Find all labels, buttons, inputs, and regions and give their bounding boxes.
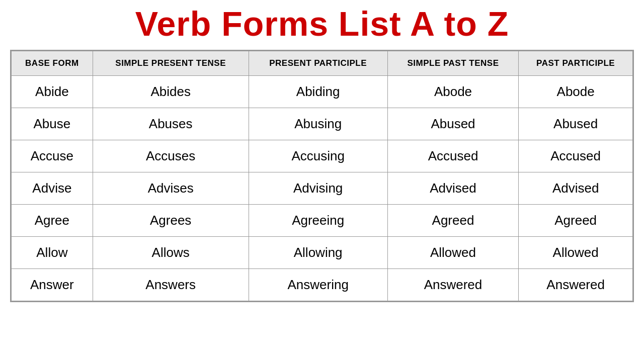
cell-r0-c3: Abode (387, 75, 519, 108)
cell-r2-c1: Accuses (93, 140, 249, 172)
cell-r4-c4: Agreed (519, 204, 633, 236)
cell-r0-c1: Abides (93, 75, 249, 108)
cell-r6-c0: Answer (12, 268, 93, 301)
col-header-4: PAST PARTICIPLE (519, 51, 633, 75)
table-row: AbuseAbusesAbusingAbusedAbused (12, 108, 633, 140)
cell-r0-c2: Abiding (249, 75, 387, 108)
verb-table-container: BASE FORMSIMPLE PRESENT TENSEPRESENT PAR… (10, 50, 634, 302)
cell-r6-c2: Answering (249, 268, 387, 301)
cell-r6-c1: Answers (93, 268, 249, 301)
cell-r2-c0: Accuse (12, 140, 93, 172)
verb-forms-table: BASE FORMSIMPLE PRESENT TENSEPRESENT PAR… (11, 51, 633, 301)
col-header-3: SIMPLE PAST TENSE (387, 51, 519, 75)
cell-r6-c3: Answered (387, 268, 519, 301)
cell-r3-c4: Advised (519, 172, 633, 204)
table-row: AgreeAgreesAgreeingAgreedAgreed (12, 204, 633, 236)
cell-r5-c2: Allowing (249, 236, 387, 268)
table-row: AbideAbidesAbidingAbodeAbode (12, 75, 633, 108)
cell-r2-c3: Accused (387, 140, 519, 172)
cell-r0-c0: Abide (12, 75, 93, 108)
cell-r4-c2: Agreeing (249, 204, 387, 236)
cell-r1-c3: Abused (387, 108, 519, 140)
cell-r1-c4: Abused (519, 108, 633, 140)
col-header-1: SIMPLE PRESENT TENSE (93, 51, 249, 75)
table-header: BASE FORMSIMPLE PRESENT TENSEPRESENT PAR… (12, 51, 633, 75)
cell-r1-c0: Abuse (12, 108, 93, 140)
cell-r3-c0: Advise (12, 172, 93, 204)
cell-r2-c2: Accusing (249, 140, 387, 172)
cell-r4-c3: Agreed (387, 204, 519, 236)
col-header-0: BASE FORM (12, 51, 93, 75)
page-title: Verb Forms List A to Z (135, 5, 509, 43)
cell-r5-c0: Allow (12, 236, 93, 268)
cell-r5-c4: Allowed (519, 236, 633, 268)
cell-r6-c4: Answered (519, 268, 633, 301)
table-row: AccuseAccusesAccusingAccusedAccused (12, 140, 633, 172)
cell-r0-c4: Abode (519, 75, 633, 108)
cell-r1-c1: Abuses (93, 108, 249, 140)
cell-r3-c1: Advises (93, 172, 249, 204)
table-row: AnswerAnswersAnsweringAnsweredAnswered (12, 268, 633, 301)
table-body: AbideAbidesAbidingAbodeAbodeAbuseAbusesA… (12, 75, 633, 301)
cell-r3-c3: Advised (387, 172, 519, 204)
cell-r4-c0: Agree (12, 204, 93, 236)
cell-r4-c1: Agrees (93, 204, 249, 236)
cell-r2-c4: Accused (519, 140, 633, 172)
header-row: BASE FORMSIMPLE PRESENT TENSEPRESENT PAR… (12, 51, 633, 75)
table-row: AdviseAdvisesAdvisingAdvisedAdvised (12, 172, 633, 204)
cell-r5-c3: Allowed (387, 236, 519, 268)
col-header-2: PRESENT PARTICIPLE (249, 51, 387, 75)
cell-r5-c1: Allows (93, 236, 249, 268)
cell-r3-c2: Advising (249, 172, 387, 204)
cell-r1-c2: Abusing (249, 108, 387, 140)
table-row: AllowAllowsAllowingAllowedAllowed (12, 236, 633, 268)
